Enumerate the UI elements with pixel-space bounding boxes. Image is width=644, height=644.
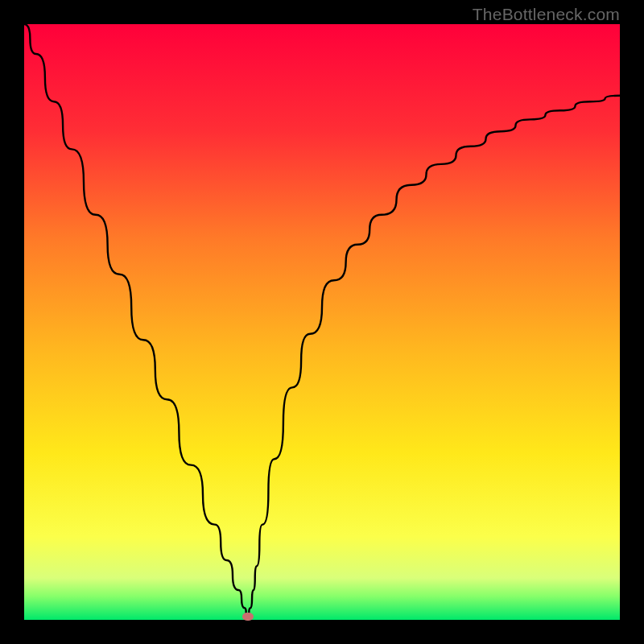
chart-canvas <box>24 24 620 620</box>
gradient-background <box>24 24 620 620</box>
chart-frame <box>24 24 620 620</box>
watermark-text: TheBottleneck.com <box>473 5 620 24</box>
optimal-point-marker <box>242 613 254 621</box>
